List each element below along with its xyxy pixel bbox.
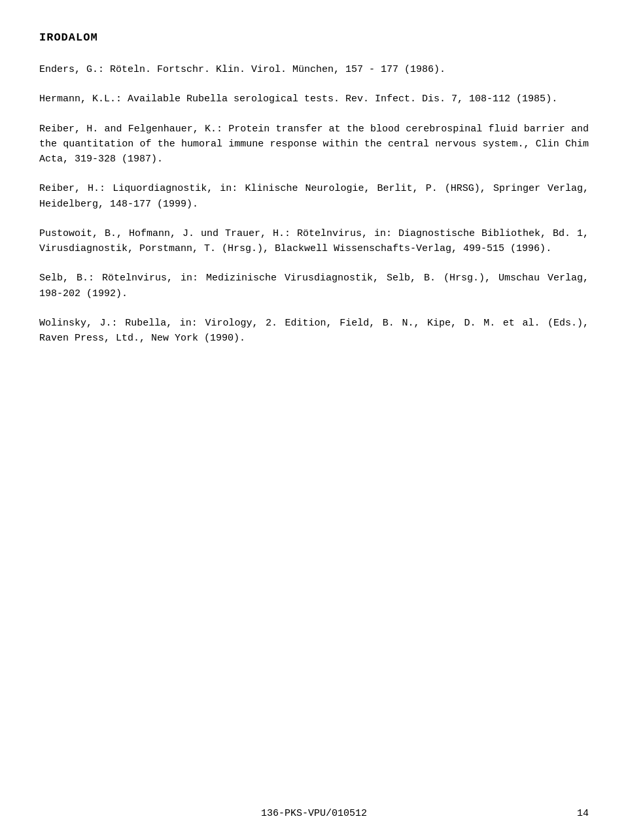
reference-6-text: Selb, B.: Rötelnvirus, in: Medizinische … (39, 271, 589, 301)
reference-3: Reiber, H. and Felgenhauer, K.: Protein … (39, 122, 589, 167)
reference-7: Wolinsky, J.: Rubella, in: Virology, 2. … (39, 316, 589, 346)
section-title: IRODALOM (39, 31, 589, 44)
reference-2-text: Hermann, K.L.: Available Rubella serolog… (39, 92, 589, 107)
reference-5-text: Pustowoit, B., Hofmann, J. und Trauer, H… (39, 226, 589, 257)
reference-2: Hermann, K.L.: Available Rubella serolog… (39, 92, 589, 107)
reference-1: Enders, G.: Röteln. Fortschr. Klin. Viro… (39, 62, 589, 77)
reference-7-text: Wolinsky, J.: Rubella, in: Virology, 2. … (39, 316, 589, 346)
reference-1-text: Enders, G.: Röteln. Fortschr. Klin. Viro… (39, 62, 589, 77)
reference-4: Reiber, H.: Liquordiagnostik, in: Klinis… (39, 181, 589, 212)
page: IRODALOM Enders, G.: Röteln. Fortschr. K… (0, 0, 628, 840)
reference-6: Selb, B.: Rötelnvirus, in: Medizinische … (39, 271, 589, 301)
reference-4-text: Reiber, H.: Liquordiagnostik, in: Klinis… (39, 181, 589, 212)
reference-3-text: Reiber, H. and Felgenhauer, K.: Protein … (39, 122, 589, 167)
footer-doc-id: 136-PKS-VPU/010512 (261, 808, 367, 819)
footer-page-number: 14 (577, 808, 589, 819)
reference-5: Pustowoit, B., Hofmann, J. und Trauer, H… (39, 226, 589, 257)
